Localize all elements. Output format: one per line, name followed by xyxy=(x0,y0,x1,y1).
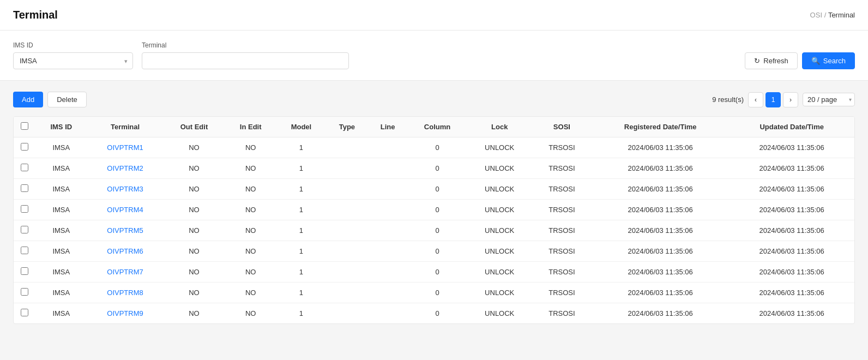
cell-terminal[interactable]: OIVPTRM8 xyxy=(87,283,164,303)
col-ims-id: IMS ID xyxy=(35,117,87,137)
cell-lock: UNLOCK xyxy=(467,303,532,324)
next-page-button[interactable]: › xyxy=(783,92,798,107)
add-button[interactable]: Add xyxy=(13,92,43,107)
cell-column: 0 xyxy=(407,200,467,220)
cell-terminal[interactable]: OIVPTRM1 xyxy=(87,137,164,158)
row-checkbox-1[interactable] xyxy=(21,164,28,171)
cell-model: 1 xyxy=(276,303,326,324)
cell-terminal[interactable]: OIVPTRM3 xyxy=(87,179,164,200)
cell-registered: 2024/06/03 11:35:06 xyxy=(592,262,729,283)
cell-type xyxy=(326,283,368,303)
col-lock: Lock xyxy=(467,117,532,137)
cell-terminal[interactable]: OIVPTRM4 xyxy=(87,200,164,220)
cell-lock: UNLOCK xyxy=(467,158,532,179)
terminal-label: Terminal xyxy=(142,41,349,49)
breadcrumb-separator: / xyxy=(824,11,827,19)
cell-model: 1 xyxy=(276,200,326,220)
row-checkbox-cell xyxy=(14,220,35,241)
cell-in-edit: NO xyxy=(225,179,276,200)
table-row: IMSA OIVPTRM1 NO NO 1 0 UNLOCK TRSOSI 20… xyxy=(14,137,854,158)
cell-out-edit: NO xyxy=(164,262,225,283)
cell-registered: 2024/06/03 11:35:06 xyxy=(592,179,729,200)
row-checkbox-cell xyxy=(14,158,35,179)
cell-registered: 2024/06/03 11:35:06 xyxy=(592,137,729,158)
breadcrumb-parent[interactable]: OSI xyxy=(810,11,822,19)
cell-line xyxy=(368,241,408,262)
prev-page-button[interactable]: ‹ xyxy=(748,92,763,107)
row-checkbox-6[interactable] xyxy=(21,267,28,275)
cell-in-edit: NO xyxy=(225,158,276,179)
cell-type xyxy=(326,158,368,179)
cell-ims-id: IMSA xyxy=(35,262,87,283)
cell-line xyxy=(368,262,408,283)
cell-line xyxy=(368,303,408,324)
cell-sosi: TRSOSI xyxy=(532,158,592,179)
row-checkbox-4[interactable] xyxy=(21,226,28,233)
cell-ims-id: IMSA xyxy=(35,137,87,158)
cell-sosi: TRSOSI xyxy=(532,137,592,158)
cell-line xyxy=(368,220,408,241)
per-page-select[interactable]: 20 / page 50 / page 100 / page xyxy=(803,93,855,106)
ims-id-select[interactable]: IMSA xyxy=(13,52,133,69)
cell-sosi: TRSOSI xyxy=(532,220,592,241)
data-table: IMS ID Terminal Out Edit In Edit Model T… xyxy=(13,116,855,324)
table-row: IMSA OIVPTRM4 NO NO 1 0 UNLOCK TRSOSI 20… xyxy=(14,200,854,220)
search-button[interactable]: 🔍 Search xyxy=(802,52,855,69)
page-title: Terminal xyxy=(13,9,58,21)
col-type: Type xyxy=(326,117,368,137)
content-section: Add Delete 9 result(s) ‹ 1 › 20 / page 5… xyxy=(0,81,868,335)
header-checkbox-col xyxy=(14,117,35,137)
row-checkbox-8[interactable] xyxy=(21,309,28,316)
cell-terminal[interactable]: OIVPTRM9 xyxy=(87,303,164,324)
cell-line xyxy=(368,200,408,220)
cell-registered: 2024/06/03 11:35:06 xyxy=(592,220,729,241)
delete-button[interactable]: Delete xyxy=(47,92,87,107)
filter-actions: ↻ Refresh 🔍 Search xyxy=(745,52,855,69)
row-checkbox-5[interactable] xyxy=(21,247,28,254)
cell-lock: UNLOCK xyxy=(467,179,532,200)
row-checkbox-2[interactable] xyxy=(21,184,28,192)
cell-out-edit: NO xyxy=(164,283,225,303)
cell-registered: 2024/06/03 11:35:06 xyxy=(592,241,729,262)
cell-out-edit: NO xyxy=(164,303,225,324)
search-label: Search xyxy=(823,57,846,65)
cell-terminal[interactable]: OIVPTRM2 xyxy=(87,158,164,179)
cell-out-edit: NO xyxy=(164,137,225,158)
terminal-field: Terminal xyxy=(142,41,349,69)
cell-model: 1 xyxy=(276,220,326,241)
cell-updated: 2024/06/03 11:35:06 xyxy=(729,179,854,200)
cell-updated: 2024/06/03 11:35:06 xyxy=(729,262,854,283)
cell-terminal[interactable]: OIVPTRM7 xyxy=(87,262,164,283)
col-updated-date: Updated Date/Time xyxy=(729,117,854,137)
cell-in-edit: NO xyxy=(225,220,276,241)
row-checkbox-3[interactable] xyxy=(21,205,28,213)
cell-updated: 2024/06/03 11:35:06 xyxy=(729,200,854,220)
cell-out-edit: NO xyxy=(164,200,225,220)
cell-ims-id: IMSA xyxy=(35,283,87,303)
row-checkbox-7[interactable] xyxy=(21,288,28,296)
refresh-button[interactable]: ↻ Refresh xyxy=(745,52,798,69)
pagination: ‹ 1 › xyxy=(748,92,798,107)
ims-id-label: IMS ID xyxy=(13,41,133,49)
ims-id-select-wrapper: IMSA xyxy=(13,52,133,69)
page-1-button[interactable]: 1 xyxy=(765,92,781,107)
cell-out-edit: NO xyxy=(164,158,225,179)
table-toolbar: Add Delete 9 result(s) ‹ 1 › 20 / page 5… xyxy=(13,92,855,107)
cell-lock: UNLOCK xyxy=(467,262,532,283)
select-all-checkbox[interactable] xyxy=(21,122,28,130)
row-checkbox-cell xyxy=(14,200,35,220)
cell-terminal[interactable]: OIVPTRM5 xyxy=(87,220,164,241)
cell-in-edit: NO xyxy=(225,303,276,324)
row-checkbox-cell xyxy=(14,262,35,283)
cell-lock: UNLOCK xyxy=(467,241,532,262)
table-row: IMSA OIVPTRM9 NO NO 1 0 UNLOCK TRSOSI 20… xyxy=(14,303,854,324)
cell-lock: UNLOCK xyxy=(467,137,532,158)
cell-terminal[interactable]: OIVPTRM6 xyxy=(87,241,164,262)
col-column: Column xyxy=(407,117,467,137)
terminal-input[interactable] xyxy=(142,52,349,69)
search-icon: 🔍 xyxy=(811,57,820,65)
cell-ims-id: IMSA xyxy=(35,241,87,262)
cell-model: 1 xyxy=(276,137,326,158)
row-checkbox-0[interactable] xyxy=(21,143,28,151)
cell-column: 0 xyxy=(407,283,467,303)
